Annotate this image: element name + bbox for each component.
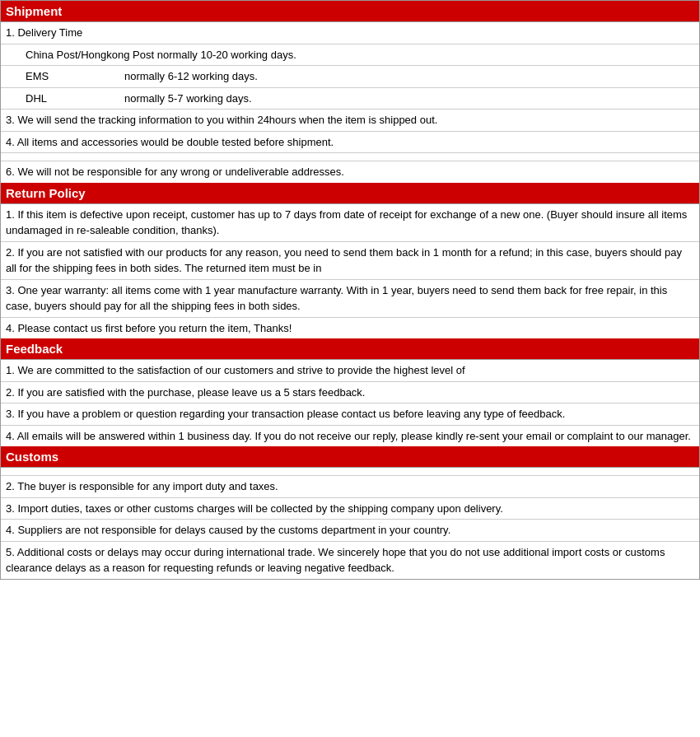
china-post-text: China Post/Hongkong Post normally 10-20 … [26, 49, 296, 61]
page-wrapper: Shipment 1. Delivery Time China Post/Hon… [0, 0, 700, 580]
return-item4: 4. Please contact us first before you re… [1, 318, 699, 339]
customs-item5: 5. Additional costs or delays may occur … [1, 542, 699, 579]
return-item3: 3. One year warranty: all items come wit… [1, 280, 699, 318]
customs-header: Customs [1, 446, 699, 468]
china-post-row: China Post/Hongkong Post normally 10-20 … [1, 44, 699, 67]
ems-value: normally 6-12 working days. [124, 68, 258, 85]
customs-item2-text: 2. The buyer is responsible for any impo… [6, 480, 278, 492]
shipment-item3-text: 3. We will send the tracking information… [6, 114, 437, 126]
shipment-item4-text: 4. All items and accessories would be do… [6, 136, 334, 148]
feedback-item4: 4. All emails will be answered within 1 … [1, 426, 699, 447]
delivery-time-row: 1. Delivery Time [1, 22, 699, 44]
shipment-item3: 3. We will send the tracking information… [1, 110, 699, 132]
dhl-label: DHL [26, 91, 124, 107]
customs-item3-text: 3. Import duties, taxes or other customs… [6, 502, 503, 515]
shipment-item4: 4. All items and accessories would be do… [1, 132, 699, 154]
return-item1-text: 1. If this item is defective upon receip… [6, 208, 687, 237]
feedback-item2: 2. If you are satisfied with the purchas… [1, 382, 699, 404]
ems-label: EMS [26, 68, 124, 85]
feedback-item2-text: 2. If you are satisfied with the purchas… [6, 386, 365, 399]
customs-body: 2. The buyer is responsible for any impo… [1, 468, 699, 579]
customs-item5-text: 5. Additional costs or delays may occur … [6, 546, 665, 575]
customs-item4-text: 4. Suppliers are not responsible for del… [6, 524, 450, 536]
shipment-body: 1. Delivery Time China Post/Hongkong Pos… [1, 22, 699, 183]
shipment-header: Shipment [1, 1, 699, 22]
delivery-time-label: 1. Delivery Time [6, 26, 82, 39]
feedback-header: Feedback [1, 338, 699, 360]
ems-row: EMS normally 6-12 working days. [1, 66, 699, 88]
customs-item3: 3. Import duties, taxes or other customs… [1, 498, 699, 520]
return-item3-text: 3. One year warranty: all items come wit… [6, 284, 667, 313]
feedback-item3: 3. If you have a problem or question reg… [1, 403, 699, 426]
feedback-body: 1. We are committed to the satisfaction … [1, 360, 699, 446]
shipment-item6: 6. We will not be responsible for any wr… [1, 161, 699, 183]
return-item2: 2. If you are not satisfied with our pro… [1, 242, 699, 280]
customs-empty-row [1, 468, 699, 476]
return-item4-text: 4. Please contact us first before you re… [6, 322, 292, 334]
dhl-value: normally 5-7 working days. [124, 91, 252, 107]
customs-item2: 2. The buyer is responsible for any impo… [1, 476, 699, 498]
return-policy-body: 1. If this item is defective upon receip… [1, 204, 699, 339]
shipment-item6-text: 6. We will not be responsible for any wr… [6, 166, 344, 178]
return-policy-header: Return Policy [1, 183, 699, 204]
feedback-item1-text: 1. We are committed to the satisfaction … [6, 364, 465, 376]
return-item2-text: 2. If you are not satisfied with our pro… [6, 246, 682, 275]
feedback-item4-text: 4. All emails will be answered within 1 … [6, 430, 691, 442]
return-item1: 1. If this item is defective upon receip… [1, 204, 699, 242]
customs-item4: 4. Suppliers are not responsible for del… [1, 520, 699, 542]
shipment-empty-row [1, 153, 699, 161]
feedback-item1: 1. We are committed to the satisfaction … [1, 360, 699, 382]
feedback-item3-text: 3. If you have a problem or question reg… [6, 408, 565, 420]
dhl-row: DHL normally 5-7 working days. [1, 88, 699, 110]
